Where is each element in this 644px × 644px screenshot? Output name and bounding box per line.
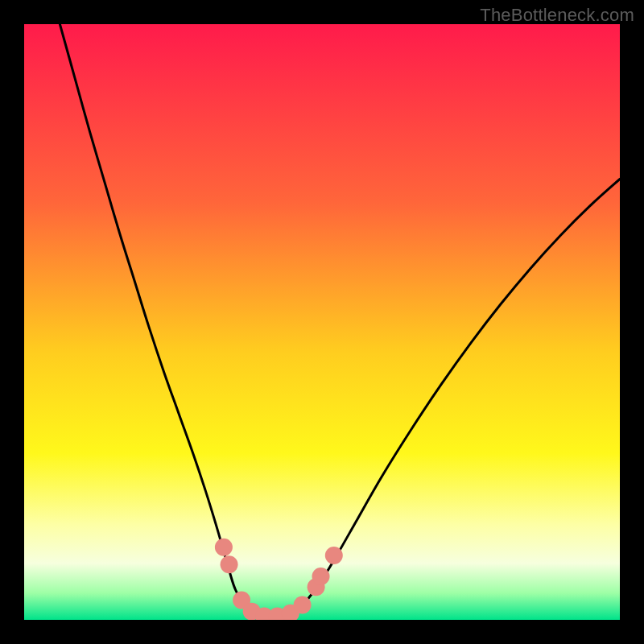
svg-rect-0 — [24, 24, 620, 620]
watermark-text: TheBottleneck.com — [480, 5, 634, 26]
svg-point-8 — [294, 597, 312, 614]
svg-point-10 — [312, 568, 330, 585]
chart-frame: TheBottleneck.com — [0, 0, 644, 644]
chart-svg — [24, 24, 620, 620]
svg-point-11 — [325, 547, 343, 564]
svg-point-1 — [215, 539, 233, 556]
plot-area — [24, 24, 620, 620]
svg-point-2 — [221, 555, 238, 573]
